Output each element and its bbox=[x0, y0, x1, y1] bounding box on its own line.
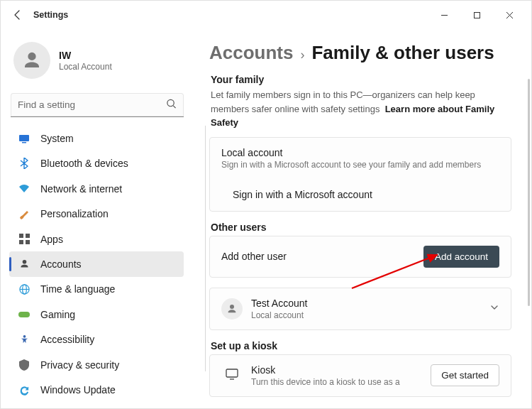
sidebar-item-label: Personalization bbox=[40, 208, 109, 219]
svg-rect-5 bbox=[22, 142, 26, 143]
titlebar: Settings bbox=[1, 1, 531, 29]
monitor-icon bbox=[226, 369, 238, 383]
svg-rect-4 bbox=[19, 135, 29, 141]
globe-icon bbox=[18, 283, 31, 295]
svg-rect-8 bbox=[19, 240, 23, 244]
row-kiosk: Kiosk Turn this device into a kiosk to u… bbox=[210, 355, 511, 396]
profile-text: IW Local Account bbox=[59, 50, 112, 72]
svg-rect-6 bbox=[19, 234, 23, 238]
person-icon bbox=[221, 298, 243, 320]
back-button[interactable] bbox=[6, 4, 29, 26]
profile-name: IW bbox=[59, 50, 112, 61]
svg-rect-1 bbox=[474, 12, 480, 18]
sidebar-item-accounts[interactable]: Accounts bbox=[9, 251, 184, 276]
sidebar-item-personalization[interactable]: Personalization bbox=[9, 201, 184, 226]
gaming-icon bbox=[18, 308, 31, 321]
add-other-user-label: Add other user bbox=[221, 251, 287, 262]
app-title: Settings bbox=[33, 10, 68, 20]
breadcrumb-root[interactable]: Accounts bbox=[209, 42, 293, 64]
section-title-family: Your family bbox=[211, 74, 511, 85]
sidebar-item-label: System bbox=[40, 133, 74, 144]
display-icon bbox=[18, 132, 31, 145]
shield-icon bbox=[18, 359, 31, 371]
kiosk-title: Kiosk bbox=[251, 364, 400, 376]
sidebar-item-label: Accessibility bbox=[40, 334, 94, 345]
add-account-button[interactable]: Add account bbox=[423, 246, 499, 268]
svg-rect-7 bbox=[26, 234, 30, 238]
sidebar-item-privacy[interactable]: Privacy & security bbox=[9, 352, 184, 377]
window-controls bbox=[428, 4, 526, 26]
chevron-right-icon: › bbox=[300, 48, 304, 62]
close-button[interactable] bbox=[493, 4, 526, 26]
row-signin-ms[interactable]: Sign in with a Microsoft account bbox=[210, 179, 511, 211]
avatar bbox=[13, 42, 50, 79]
maximize-button[interactable] bbox=[460, 4, 493, 26]
main-content: Accounts › Family & other users Your fam… bbox=[192, 29, 531, 408]
sidebar-item-update[interactable]: Windows Update bbox=[9, 378, 184, 403]
search-icon bbox=[166, 99, 177, 112]
row-add-other-user: Add other user Add account bbox=[210, 236, 511, 277]
row-local-account: Local account Sign in with a Microsoft a… bbox=[210, 138, 511, 179]
breadcrumb: Accounts › Family & other users bbox=[209, 42, 511, 64]
sidebar-item-time[interactable]: Time & language bbox=[9, 277, 184, 302]
bluetooth-icon bbox=[18, 157, 31, 170]
svg-rect-13 bbox=[18, 312, 30, 317]
nav-list: System Bluetooth & devices Network & int… bbox=[9, 126, 187, 403]
person-icon bbox=[18, 258, 31, 271]
get-started-button[interactable]: Get started bbox=[431, 364, 499, 386]
profile-subtitle: Local Account bbox=[59, 62, 112, 72]
chevron-down-icon bbox=[489, 302, 499, 315]
accessibility-icon bbox=[18, 333, 31, 346]
section-title-kiosk: Set up a kiosk bbox=[211, 340, 511, 351]
sidebar-item-label: Gaming bbox=[40, 309, 75, 320]
svg-rect-9 bbox=[26, 240, 30, 244]
svg-line-3 bbox=[173, 106, 175, 108]
scrollbar[interactable] bbox=[528, 79, 530, 306]
profile-block[interactable]: IW Local Account bbox=[9, 32, 187, 89]
sidebar: IW Local Account System Bluetooth & devi… bbox=[1, 29, 192, 408]
sidebar-item-accessibility[interactable]: Accessibility bbox=[9, 327, 184, 352]
section-title-other: Other users bbox=[211, 222, 511, 233]
svg-point-14 bbox=[23, 335, 26, 338]
local-account-sub: Sign in with a Microsoft account to see … bbox=[221, 160, 481, 170]
kiosk-sub: Turn this device into a kiosk to use as … bbox=[251, 377, 400, 387]
search-input[interactable] bbox=[11, 93, 184, 117]
sidebar-item-apps[interactable]: Apps bbox=[9, 227, 184, 251]
svg-rect-15 bbox=[226, 369, 238, 377]
section-desc-family: Let family members sign in to this PC—or… bbox=[211, 88, 511, 130]
sidebar-item-label: Accounts bbox=[40, 258, 82, 270]
card-add-other-user: Add other user Add account bbox=[209, 236, 511, 278]
sidebar-item-label: Apps bbox=[40, 234, 63, 245]
update-icon bbox=[18, 383, 31, 396]
sidebar-item-label: Network & internet bbox=[40, 183, 122, 195]
user-sub: Local account bbox=[251, 310, 307, 320]
signin-ms-label: Sign in with a Microsoft account bbox=[233, 189, 372, 200]
card-kiosk: Kiosk Turn this device into a kiosk to u… bbox=[209, 354, 511, 397]
brush-icon bbox=[18, 207, 31, 220]
sidebar-item-label: Time & language bbox=[40, 283, 115, 295]
svg-point-2 bbox=[167, 99, 174, 106]
local-account-title: Local account bbox=[221, 147, 481, 158]
user-name: Test Account bbox=[251, 298, 307, 309]
apps-icon bbox=[18, 233, 31, 246]
page-title: Family & other users bbox=[311, 42, 494, 64]
sidebar-item-system[interactable]: System bbox=[9, 126, 184, 151]
sidebar-item-gaming[interactable]: Gaming bbox=[9, 302, 184, 327]
card-family-signin: Local account Sign in with a Microsoft a… bbox=[209, 137, 511, 212]
sidebar-item-label: Windows Update bbox=[40, 384, 116, 396]
minimize-button[interactable] bbox=[428, 4, 460, 26]
wifi-icon bbox=[18, 182, 31, 195]
sidebar-item-label: Privacy & security bbox=[40, 359, 119, 371]
sidebar-item-bluetooth[interactable]: Bluetooth & devices bbox=[9, 151, 184, 175]
sidebar-item-label: Bluetooth & devices bbox=[40, 158, 128, 169]
row-user[interactable]: Test Account Local account bbox=[210, 288, 511, 329]
search-box[interactable] bbox=[11, 93, 184, 117]
card-user-test-account[interactable]: Test Account Local account bbox=[209, 288, 511, 330]
sidebar-item-network[interactable]: Network & internet bbox=[9, 176, 184, 201]
